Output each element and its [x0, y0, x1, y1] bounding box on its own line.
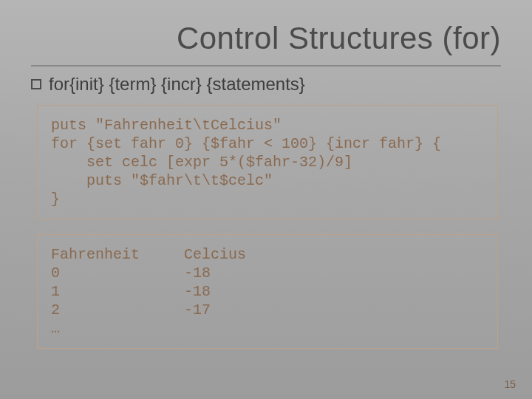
syntax-keyword: for	[49, 74, 69, 95]
output-header-row: Fahrenheit Celcius	[51, 245, 484, 264]
output-row: 1 -18	[51, 282, 484, 301]
slide-title: Control Structures (for)	[31, 21, 501, 56]
output-row: 2 -17	[51, 301, 484, 319]
code-line-1: puts "Fahrenheit\tCelcius"	[51, 117, 282, 134]
code-line-3: set celc [expr 5*($fahr-32)/9]	[51, 154, 352, 171]
code-box: puts "Fahrenheit\tCelcius" for {set fahr…	[37, 105, 498, 219]
syntax-line: for {init} {term} {incr} {statements}	[31, 74, 501, 95]
output-box: Fahrenheit Celcius 0 -18 1 -18 2 -17 …	[37, 234, 498, 349]
output-cell-c: -18	[184, 264, 211, 282]
output-header-fahrenheit: Fahrenheit	[51, 245, 184, 264]
code-line-2: for {set fahr 0} {$fahr < 100} {incr fah…	[51, 135, 441, 152]
slide: Control Structures (for) for {init} {ter…	[0, 0, 532, 399]
syntax-rest: {init} {term} {incr} {statements}	[69, 74, 305, 95]
output-cell-f: 1	[51, 282, 184, 301]
title-divider	[31, 65, 501, 66]
output-header-celcius: Celcius	[184, 245, 246, 264]
page-number: 15	[504, 378, 516, 390]
code-line-4: puts "$fahr\t\t$celc"	[51, 172, 273, 189]
output-ellipsis-row: …	[51, 319, 484, 338]
output-cell-c: -17	[184, 301, 211, 319]
code-line-5: }	[51, 191, 60, 208]
output-cell-f: 0	[51, 264, 184, 282]
output-row: 0 -18	[51, 264, 484, 282]
output-cell-c: -18	[184, 282, 211, 301]
output-ellipsis: …	[51, 319, 184, 338]
square-bullet-icon	[31, 79, 41, 89]
output-cell-f: 2	[51, 301, 184, 319]
